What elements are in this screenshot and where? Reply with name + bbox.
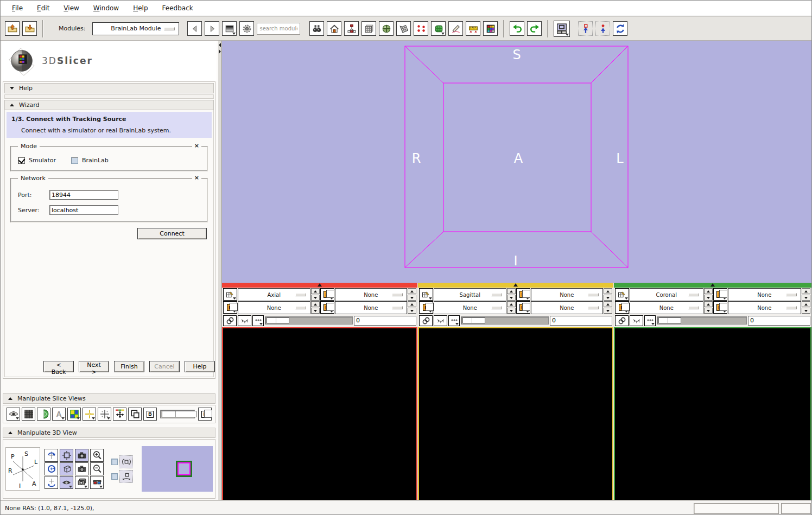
simulator-checkbox-item[interactable]: Smulator [18, 157, 56, 164]
view-cube-button[interactable] [60, 462, 73, 475]
background-layer-button[interactable]: B [516, 301, 530, 314]
background-menubutton[interactable]: None [728, 301, 802, 314]
slice-grid-button[interactable] [98, 408, 111, 421]
menu-view[interactable]: View [56, 4, 86, 12]
network-close-button[interactable]: × [192, 174, 201, 181]
spin-down-button[interactable] [507, 295, 516, 301]
server-field[interactable] [49, 205, 118, 215]
spin-up-button[interactable] [704, 301, 713, 307]
label-menubutton[interactable]: None [434, 301, 506, 314]
spin-down-button[interactable] [802, 295, 810, 301]
zoom-out-button[interactable] [90, 462, 104, 475]
slider-handle[interactable] [658, 317, 681, 323]
more-options-button[interactable] [448, 315, 460, 326]
slice-options-button[interactable] [419, 288, 433, 301]
slice-header-green[interactable] [614, 283, 811, 288]
spin-down-button[interactable] [311, 308, 320, 314]
help-button[interactable]: Help [185, 361, 215, 372]
editor-module-button[interactable] [431, 21, 446, 36]
spin-up-button[interactable] [802, 288, 810, 294]
foreground-layer-button[interactable]: F [516, 288, 530, 301]
spin-down-button[interactable] [604, 295, 612, 301]
link-slices-button[interactable] [223, 315, 237, 326]
toggle-label-outline-button[interactable]: B [143, 408, 157, 421]
jump-slices-button[interactable] [113, 408, 126, 421]
models-module-button[interactable] [379, 21, 394, 36]
label-layer-button[interactable]: L [419, 301, 433, 314]
label-layer-button[interactable]: L [223, 301, 237, 314]
spin-up-button[interactable] [408, 301, 416, 307]
search-modules-input[interactable] [257, 23, 300, 35]
slice-opacity-button[interactable] [22, 408, 35, 421]
wizard-section-header[interactable]: Wizard [4, 100, 214, 110]
more-options-button[interactable] [252, 315, 264, 326]
orientation-menubutton[interactable]: Axial [238, 288, 310, 301]
slice-compositing-button[interactable] [67, 408, 81, 421]
foreground-menubutton[interactable]: None [531, 288, 604, 301]
look-from-button[interactable] [60, 476, 73, 489]
spin-down-button[interactable] [507, 308, 516, 314]
spin-up-button[interactable] [311, 288, 320, 294]
redo-button[interactable] [527, 21, 542, 36]
finish-button[interactable]: Finish [114, 361, 144, 372]
home-button[interactable] [327, 21, 341, 36]
spin-up-button[interactable] [604, 288, 612, 294]
zoom-in-button[interactable] [90, 449, 104, 462]
slider-handle[interactable] [267, 317, 289, 323]
layout-chooser-button[interactable] [554, 21, 570, 37]
rock-view-button[interactable] [45, 476, 58, 489]
camera-button[interactable] [75, 462, 88, 475]
slice-visibility-toggle[interactable] [630, 315, 643, 326]
toggle-fg-bg-button[interactable]: F [198, 408, 212, 421]
help-section-header[interactable]: Help [4, 83, 214, 93]
brainlab-checkbox[interactable] [71, 157, 78, 164]
slice-header-red[interactable] [222, 283, 417, 288]
spin-down-button[interactable] [408, 295, 416, 301]
slider-handle[interactable] [162, 411, 196, 417]
rotate-view-button[interactable] [45, 449, 58, 462]
background-menubutton[interactable]: None [335, 301, 408, 314]
place-fiducial-star-button[interactable] [595, 21, 610, 36]
foreground-menubutton[interactable]: None [728, 288, 802, 301]
spin-view-button[interactable] [45, 462, 58, 475]
slice-visibility-button[interactable] [7, 408, 20, 421]
spin-up-button[interactable] [704, 288, 713, 294]
colors-module-button[interactable] [483, 21, 498, 36]
slice-annotation-button[interactable]: A [52, 408, 66, 421]
spin-direction-button[interactable] [119, 455, 133, 468]
simulator-checkbox[interactable] [18, 157, 25, 164]
slice-offset-field[interactable] [550, 316, 612, 326]
orientation-menubutton[interactable]: Coronal [630, 288, 703, 301]
annotation-module-button[interactable] [448, 21, 463, 36]
background-layer-button[interactable]: B [320, 301, 334, 314]
transforms-module-button[interactable] [396, 21, 411, 36]
connect-button[interactable]: Connect [137, 228, 207, 239]
screenshot-button[interactable] [75, 449, 88, 462]
view-rock-checkbox[interactable] [111, 473, 118, 480]
slice-viewport-red[interactable] [222, 327, 417, 500]
rock-direction-button[interactable] [119, 470, 133, 483]
crosshair-button[interactable] [83, 408, 96, 421]
load-scene-button[interactable] [5, 21, 20, 36]
label-layer-button[interactable]: L [615, 301, 629, 314]
slice-visibility-toggle[interactable] [238, 315, 251, 326]
foreground-menubutton[interactable]: None [335, 288, 408, 301]
module-history-button[interactable] [222, 21, 237, 36]
menu-file[interactable]: File [5, 4, 30, 12]
slice-offset-slider[interactable] [657, 316, 747, 325]
slice-visibility-toggle[interactable] [434, 315, 447, 326]
spin-up-button[interactable] [604, 301, 612, 307]
label-opacity-slider[interactable] [160, 410, 195, 418]
next-button[interactable]: Next > [79, 361, 109, 372]
mode-close-button[interactable]: × [192, 142, 201, 149]
slice-options-button[interactable] [615, 288, 629, 301]
ruler-module-button[interactable] [466, 21, 480, 36]
menu-edit[interactable]: Edit [30, 4, 56, 12]
slice-offset-slider[interactable] [265, 316, 353, 325]
port-field[interactable] [49, 190, 118, 200]
navigation-thumbnail[interactable] [142, 446, 213, 492]
slice-viewport-green[interactable] [614, 327, 811, 500]
slice-offset-field[interactable] [354, 316, 416, 326]
view-spin-checkbox[interactable] [111, 459, 118, 465]
spin-down-button[interactable] [604, 308, 612, 314]
